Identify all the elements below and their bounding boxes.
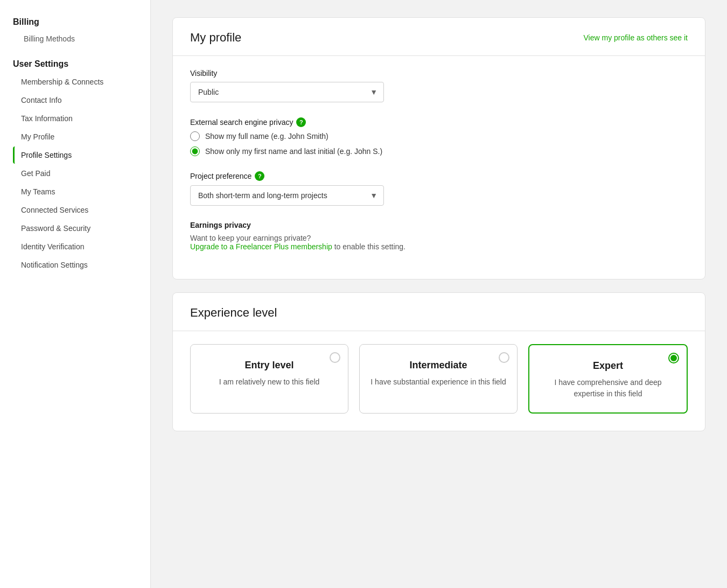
- profile-card-header: My profile View my profile as others see…: [173, 18, 705, 56]
- earnings-upgrade-link[interactable]: Upgrade to a Freelancer Plus membership: [190, 242, 332, 251]
- exp-desc-expert: I have comprehensive and deep expertise …: [540, 377, 676, 400]
- external-privacy-help-icon[interactable]: ?: [296, 117, 306, 127]
- sidebar-item-connected[interactable]: Connected Services: [13, 201, 137, 219]
- visibility-select[interactable]: Public Private: [190, 82, 384, 102]
- sidebar-item-tax[interactable]: Tax Information: [13, 110, 137, 127]
- profile-card-title: My profile: [190, 31, 241, 45]
- earnings-privacy-group: Earnings privacy Want to keep your earni…: [190, 221, 688, 251]
- radio-full-name-label[interactable]: Show my full name (e.g. John Smith): [190, 131, 688, 141]
- radio-first-name-text: Show only my first name and last initial…: [205, 147, 382, 156]
- earnings-desc: Want to keep your earnings private? Upgr…: [190, 234, 688, 251]
- sidebar: Billing Billing Methods User Settings Me…: [0, 0, 151, 588]
- sidebar-item-my-profile[interactable]: My Profile: [13, 128, 137, 145]
- exp-radio-entry: [330, 352, 340, 363]
- exp-option-intermediate[interactable]: IntermediateI have substantial experienc…: [359, 344, 518, 414]
- visibility-select-wrapper: Public Private ▼: [190, 82, 384, 102]
- main-content: My profile View my profile as others see…: [151, 0, 727, 588]
- sidebar-item-profile-settings[interactable]: Profile Settings: [13, 146, 137, 164]
- exp-name-expert: Expert: [593, 360, 623, 372]
- sidebar-item-notifications[interactable]: Notification Settings: [13, 256, 137, 274]
- radio-full-name-text: Show my full name (e.g. John Smith): [205, 132, 328, 141]
- exp-radio-circle-intermediate: [499, 352, 509, 363]
- experience-card: Experience level Entry levelI am relativ…: [172, 292, 705, 431]
- billing-section-title: Billing: [13, 17, 137, 27]
- exp-radio-intermediate: [499, 352, 509, 363]
- user-settings-section-title: User Settings: [13, 59, 137, 69]
- project-pref-select[interactable]: Both short-term and long-term projects S…: [190, 185, 384, 206]
- visibility-group: Visibility Public Private ▼: [190, 69, 688, 102]
- sidebar-item-billing-methods[interactable]: Billing Methods: [13, 31, 137, 46]
- external-privacy-group: External search engine privacy ? Show my…: [190, 117, 688, 156]
- project-pref-help-icon[interactable]: ?: [255, 171, 264, 181]
- experience-options-container: Entry levelI am relatively new to this f…: [173, 331, 705, 431]
- project-pref-label: Project preference ?: [190, 171, 688, 181]
- sidebar-item-my-teams[interactable]: My Teams: [13, 183, 137, 200]
- external-privacy-label: External search engine privacy ?: [190, 117, 688, 127]
- profile-card-body: Visibility Public Private ▼ External sea…: [173, 56, 705, 279]
- exp-option-expert[interactable]: ExpertI have comprehensive and deep expe…: [528, 344, 688, 414]
- view-profile-link[interactable]: View my profile as others see it: [584, 33, 688, 42]
- exp-radio-expert: [668, 353, 679, 363]
- exp-radio-circle-expert: [668, 353, 679, 363]
- sidebar-item-get-paid[interactable]: Get Paid: [13, 165, 137, 182]
- visibility-label: Visibility: [190, 69, 688, 78]
- exp-desc-entry: I am relatively new to this field: [219, 376, 320, 388]
- exp-radio-circle-entry: [330, 352, 340, 363]
- exp-name-entry: Entry level: [244, 360, 293, 371]
- experience-card-header: Experience level: [173, 293, 705, 331]
- exp-name-intermediate: Intermediate: [409, 360, 467, 371]
- project-pref-select-wrapper: Both short-term and long-term projects S…: [190, 185, 384, 206]
- privacy-radio-group: Show my full name (e.g. John Smith) Show…: [190, 131, 688, 156]
- sidebar-item-membership[interactable]: Membership & Connects: [13, 73, 137, 90]
- radio-first-name-label[interactable]: Show only my first name and last initial…: [190, 146, 688, 156]
- radio-full-name-input[interactable]: [190, 131, 200, 141]
- earnings-title: Earnings privacy: [190, 221, 688, 229]
- sidebar-item-identity[interactable]: Identity Verification: [13, 238, 137, 255]
- radio-first-name-input[interactable]: [190, 146, 200, 156]
- exp-option-entry[interactable]: Entry levelI am relatively new to this f…: [190, 344, 348, 414]
- profile-card: My profile View my profile as others see…: [172, 17, 705, 279]
- experience-title: Experience level: [190, 306, 688, 320]
- sidebar-item-contact[interactable]: Contact Info: [13, 92, 137, 109]
- project-pref-group: Project preference ? Both short-term and…: [190, 171, 688, 206]
- exp-desc-intermediate: I have substantial experience in this fi…: [371, 376, 506, 388]
- sidebar-item-password[interactable]: Password & Security: [13, 220, 137, 237]
